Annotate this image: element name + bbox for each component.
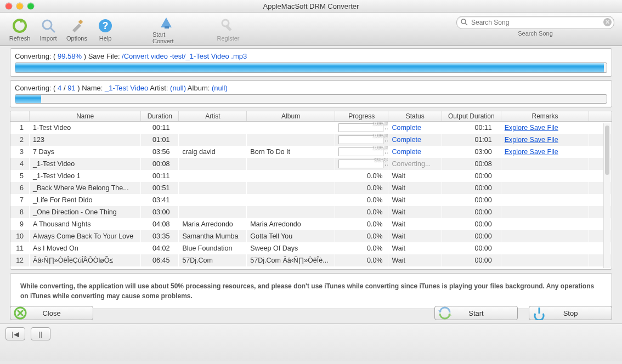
row-output-duration: 00:00: [442, 194, 501, 206]
svg-rect-6: [165, 26, 169, 29]
col-output-duration[interactable]: Output Duration: [442, 111, 501, 122]
footer-pause-button[interactable]: ||: [31, 327, 50, 340]
row-remarks: Explore Save File: [501, 134, 589, 146]
button-label: Stop: [563, 309, 578, 317]
row-status: Complete: [388, 146, 442, 158]
table-scrollbar[interactable]: [603, 123, 610, 268]
col-album[interactable]: Album: [247, 111, 335, 122]
import-button[interactable]: Import: [34, 14, 63, 44]
row-artist: [179, 170, 247, 182]
table-row[interactable]: 5_1-Test Video 100:110.0%Wait00:00: [10, 170, 612, 182]
row-status: Wait: [388, 230, 442, 242]
row-remarks: [501, 218, 589, 230]
window-titlebar: AppleMacSoft DRM Converter: [0, 0, 622, 13]
table-row[interactable]: 13Baby Come Back03:33Player70s Love0.0%W…: [10, 266, 612, 270]
table-row[interactable]: 8_One Direction - One Thing03:000.0%Wait…: [10, 206, 612, 218]
start-button[interactable]: Start: [434, 306, 518, 320]
row-remarks: Explore Save File: [501, 122, 589, 134]
col-artist[interactable]: Artist: [179, 111, 247, 122]
table-row[interactable]: 37 Days03:56craig davidBorn To Do It100.…: [10, 146, 612, 158]
col-name[interactable]: Name: [30, 111, 141, 122]
search-box[interactable]: ✕: [456, 16, 614, 29]
row-duration: 03:56: [141, 146, 179, 158]
row-progress: 0.0%: [335, 242, 388, 254]
row-number: 10: [10, 230, 30, 242]
row-artist: Blue Foundation: [179, 242, 247, 254]
table-row[interactable]: 10Always Come Back To Your Love03:35Sama…: [10, 230, 612, 242]
row-name: 7 Days: [30, 146, 141, 158]
svg-line-10: [465, 23, 467, 25]
row-output-duration: 00:00: [442, 230, 501, 242]
note-panel: While converting, the application will u…: [10, 273, 612, 309]
row-status: Wait: [388, 206, 442, 218]
footer: |◀ ||: [0, 323, 622, 361]
row-album: [247, 170, 335, 182]
table-row[interactable]: 4_1-Test Video00:0899.6%Converting...00:…: [10, 158, 612, 170]
row-progress: 0.0%: [335, 170, 388, 182]
row-number: 11: [10, 242, 30, 254]
toolbar-label: Import: [39, 35, 56, 42]
register-icon: [219, 17, 237, 35]
row-artist: craig david: [179, 146, 247, 158]
row-remarks: [501, 182, 589, 194]
start-icon: [437, 305, 453, 321]
col-remarks[interactable]: Remarks: [501, 111, 589, 122]
col-num[interactable]: [10, 111, 30, 122]
explore-save-file-link[interactable]: Explore Save File: [505, 148, 558, 156]
row-duration: 03:35: [141, 230, 179, 242]
overall-progress-name: _1-Test Video: [105, 84, 148, 92]
table-row[interactable]: 9A Thousand Nights04:08Maria ArredondoMa…: [10, 218, 612, 230]
col-duration[interactable]: Duration: [141, 111, 179, 122]
main-pane: Converting: ( 99.58% ) Save File: /Conve…: [0, 46, 622, 323]
refresh-icon: [11, 17, 29, 35]
overall-progress-artist: (null): [170, 84, 186, 92]
register-button[interactable]: Register: [214, 14, 242, 44]
table-row[interactable]: 12Ãâ‹Ñ∏»ÒêÎèÇúĺÂÔÒløÕ≤06:4557Dj.Com57Dj.…: [10, 254, 612, 266]
row-progress: 0.0%: [335, 218, 388, 230]
table-row[interactable]: 7_Life For Rent Dido03:410.0%Wait00:00: [10, 194, 612, 206]
bottom-button-row: Close Start Stop: [10, 306, 612, 320]
start-convert-button[interactable]: Start Convert: [152, 14, 181, 44]
search-input[interactable]: [470, 18, 602, 27]
row-duration: 00:51: [141, 182, 179, 194]
stop-button[interactable]: Stop: [529, 306, 612, 320]
row-remarks: Explore Save File: [501, 146, 589, 158]
file-progress-panel: Converting: ( 99.58% ) Save File: /Conve…: [10, 48, 612, 77]
row-album: 70s Love: [247, 266, 335, 270]
row-name: _Life For Rent Dido: [30, 194, 141, 206]
row-progress: 0.0%: [335, 182, 388, 194]
explore-save-file-link[interactable]: Explore Save File: [505, 124, 558, 132]
toolbar-label: Register: [217, 35, 240, 42]
help-button[interactable]: ? Help: [91, 14, 120, 44]
footer-prev-button[interactable]: |◀: [5, 327, 25, 340]
row-album: [247, 134, 335, 146]
row-number: 3: [10, 146, 30, 158]
explore-save-file-link[interactable]: Explore Save File: [505, 136, 558, 144]
row-progress: 0.0%: [335, 266, 388, 270]
close-button[interactable]: Close: [10, 306, 93, 320]
row-duration: 04:08: [141, 218, 179, 230]
row-duration: 03:41: [141, 194, 179, 206]
options-button[interactable]: Options: [63, 14, 91, 44]
row-duration: 04:02: [141, 242, 179, 254]
table-row[interactable]: 11-Test Video00:11100.0%Complete00:11Exp…: [10, 122, 612, 134]
row-name: _1-Test Video: [30, 158, 141, 170]
col-progress[interactable]: Progress: [335, 111, 388, 122]
toolbar-label: Start Convert: [152, 31, 181, 44]
table-row[interactable]: 212301:01100.0%Complete01:01Explore Save…: [10, 134, 612, 146]
row-output-duration: 00:08: [442, 158, 501, 170]
row-name: 1-Test Video: [30, 122, 141, 134]
row-output-duration: 00:00: [442, 266, 501, 270]
row-number: 4: [10, 158, 30, 170]
refresh-button[interactable]: Refresh: [5, 14, 34, 44]
scrollbar-thumb[interactable]: [605, 126, 609, 175]
table-row[interactable]: 6_Back Where We Belong The...00:510.0%Wa…: [10, 182, 612, 194]
help-icon: ?: [97, 17, 114, 35]
row-album: [247, 206, 335, 218]
row-output-duration: 00:00: [442, 206, 501, 218]
clear-search-icon[interactable]: ✕: [603, 18, 612, 26]
row-status: Wait: [388, 194, 442, 206]
col-status[interactable]: Status: [388, 111, 442, 122]
table-row[interactable]: 11As I Moved On04:02Blue FoundationSweep…: [10, 242, 612, 254]
row-remarks: [501, 230, 589, 242]
